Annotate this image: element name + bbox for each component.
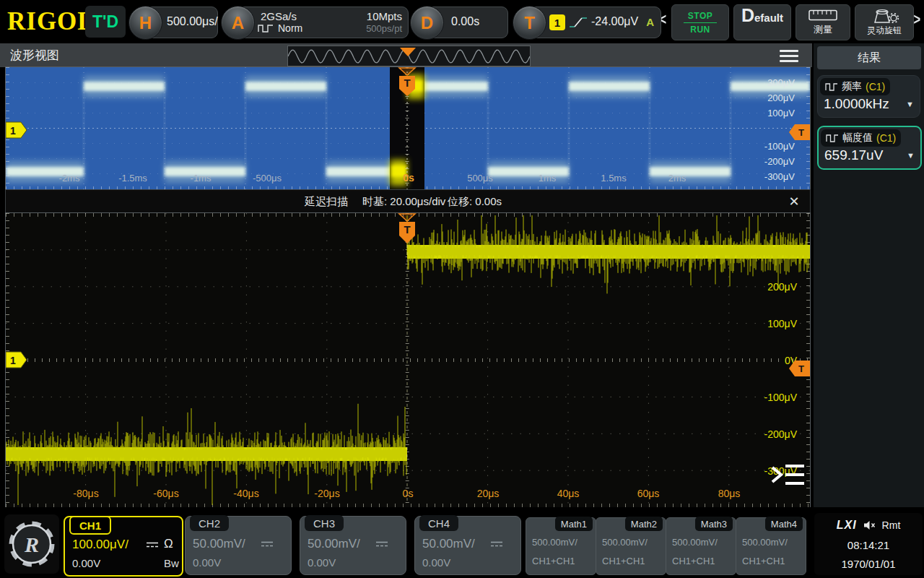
math4-expression: CH1+CH1 [742, 556, 785, 566]
math4-tab[interactable]: Math4 [765, 517, 803, 531]
channel3-offset: 0.00V [308, 556, 336, 569]
svg-text:-200μV: -200μV [764, 428, 798, 440]
rigol-logo: RIGOL [7, 7, 95, 36]
svg-text:40μs: 40μs [557, 488, 580, 499]
svg-text:200μV: 200μV [767, 92, 795, 103]
channel4-tab[interactable]: CH4 [419, 515, 458, 531]
svg-text:-2ms: -2ms [59, 173, 80, 184]
channel1-card[interactable]: CH1 100.00μV/ Ω 0.00V Bw [64, 516, 183, 577]
knob-icon [869, 9, 899, 23]
svg-text:-100μV: -100μV [764, 392, 798, 403]
trigger-status-indicator: T'D [85, 6, 126, 38]
channel3-tab[interactable]: CH3 [305, 515, 344, 531]
waveform-view-header: 波形视图 [0, 43, 812, 67]
overview-waveform-area[interactable]: 300μV 200μV 100μV -100μV -200μV -300μV -… [6, 67, 810, 190]
dropdown-arrow-icon[interactable]: ▼ [907, 151, 915, 160]
math4-card[interactable]: Math4 500.00mV/ CH1+CH1 [736, 517, 806, 575]
channel2-tab[interactable]: CH2 [190, 515, 229, 531]
rising-edge-icon [569, 14, 588, 30]
svg-text:-1ms: -1ms [191, 173, 212, 184]
delayed-sweep-title: 延迟扫描 [305, 195, 348, 209]
dc-coupling-icon [146, 541, 159, 548]
measurement-frequency-tile[interactable]: 频率(C1) 1.0000kHz ▼ [817, 75, 920, 118]
trigger-knob-button[interactable]: T [513, 6, 546, 40]
zoomed-trigger-position-triangle[interactable] [399, 214, 415, 221]
svg-text:1: 1 [10, 355, 16, 366]
acquisition-knob-button[interactable]: A [221, 6, 255, 40]
rigol-gear-logo-button[interactable]: R [4, 514, 59, 574]
status-row: LXI Rmt [814, 519, 923, 532]
trigger-source-badge: 1 [549, 14, 565, 30]
svg-text:-1.5ms: -1.5ms [118, 173, 147, 184]
menu-scroll-right-arrow[interactable]: > [914, 10, 921, 29]
math1-expression: CH1+CH1 [532, 556, 575, 566]
default-cap: D [741, 5, 754, 26]
math2-tab[interactable]: Math2 [625, 517, 663, 531]
acquisition-pill[interactable]: 2GSa/s 10Mpts Norm 500ps/pt [237, 7, 409, 38]
channel1-impedance: Ω [164, 537, 173, 551]
acquisition-waveform-icon [258, 24, 274, 33]
svg-text:100μV: 100μV [767, 108, 795, 118]
channel4-offset: 0.00V [422, 556, 450, 569]
svg-text:1.5ms: 1.5ms [601, 173, 627, 184]
math4-scale: 500.00mV/ [742, 537, 788, 548]
svg-text:2ms: 2ms [668, 173, 687, 184]
quick-knob-button[interactable]: 灵动旋钮 [855, 4, 914, 40]
gear-icon: R [7, 519, 56, 569]
svg-text:1: 1 [10, 125, 16, 137]
channel2-offset: 0.00V [193, 556, 221, 569]
channel1-bandwidth: Bw [164, 557, 179, 569]
svg-text:-100μV: -100μV [764, 141, 796, 152]
horizontal-position-nav-strip[interactable] [287, 46, 531, 66]
dropdown-arrow-icon[interactable]: ▼ [906, 100, 914, 108]
waveform-view-title: 波形视图 [10, 43, 59, 67]
math3-card[interactable]: Math3 500.00mV/ CH1+CH1 [666, 517, 736, 575]
dc-coupling-icon [490, 540, 503, 548]
svg-text:-500μs: -500μs [253, 173, 282, 184]
results-panel-title: 结果 [817, 46, 921, 69]
math1-tab[interactable]: Math1 [555, 517, 593, 531]
system-status-tile[interactable]: LXI Rmt 08:14:21 1970/01/01 [814, 513, 923, 575]
measurement-amplitude-tile[interactable]: 幅度值(C1) 659.17uV ▼ [817, 126, 922, 170]
zoomed-channel1-marker[interactable] [6, 352, 27, 368]
channel1-offset: 0.00V [72, 557, 100, 569]
timebase-value: 500.00μs/ [167, 15, 218, 28]
delay-value: 0.00s [451, 15, 479, 28]
svg-text:1ms: 1ms [539, 173, 557, 184]
default-button[interactable]: Default [733, 4, 791, 40]
svg-text:-60μs: -60μs [153, 488, 178, 499]
svg-text:0s: 0s [403, 488, 414, 499]
trigger-pill[interactable]: 1 -24.00μV A [528, 7, 661, 38]
horizontal-knob-button[interactable]: H [128, 6, 162, 40]
delayed-sweep-bar: 延迟扫描 时基: 20.00μs/div 位移: 0.00s ✕ [6, 190, 810, 213]
channel4-scale: 50.00mV/ [422, 537, 475, 551]
overview-channel1-marker[interactable] [6, 122, 27, 138]
math2-scale: 500.00mV/ [602, 537, 648, 548]
measurement-amplitude-value: 659.17uV ▼ [819, 147, 920, 168]
svg-text:T: T [798, 127, 804, 138]
delay-knob-button[interactable]: D [410, 6, 444, 40]
svg-text:60μs: 60μs [637, 488, 660, 499]
top-status-bar: RIGOL T'D 500.00μs/ H 2GSa/s 10Mpts Norm… [0, 0, 924, 43]
zoomed-waveform-area[interactable]: 200μV 100μV 0V -100μV -200μV -300μV -80μ… [6, 213, 810, 507]
acquisition-mode: Norm [278, 22, 302, 34]
menu-hamburger-icon[interactable] [780, 50, 798, 65]
channel2-card[interactable]: CH2 50.00mV/ 0.00V [185, 516, 292, 575]
channel3-card[interactable]: CH3 50.00mV/ 0.00V [300, 516, 406, 575]
run-label: RUN [690, 25, 710, 35]
measurement-amplitude-tab: 幅度值(C1) [821, 129, 901, 147]
overview-zoom-window-time-label: 0s [403, 172, 414, 184]
system-time: 08:14:21 [814, 539, 923, 551]
measure-button[interactable]: 测量 [796, 4, 850, 40]
channel1-tab[interactable]: CH1 [69, 516, 111, 535]
stop-run-button[interactable]: STOP RUN [671, 4, 729, 40]
math1-card[interactable]: Math1 500.00mV/ CH1+CH1 [526, 517, 596, 575]
channel2-scale: 50.00mV/ [193, 537, 245, 551]
math3-tab[interactable]: Math3 [695, 517, 733, 531]
stop-label: STOP [688, 11, 712, 21]
svg-text:300μV: 300μV [767, 77, 795, 88]
channel4-card[interactable]: CH4 50.00mV/ 0.00V [414, 516, 521, 575]
math2-card[interactable]: Math2 500.00mV/ CH1+CH1 [596, 517, 666, 575]
measurement-frequency-value: 1.0000kHz ▼ [818, 95, 920, 117]
close-delayed-sweep-button[interactable]: ✕ [785, 193, 803, 210]
